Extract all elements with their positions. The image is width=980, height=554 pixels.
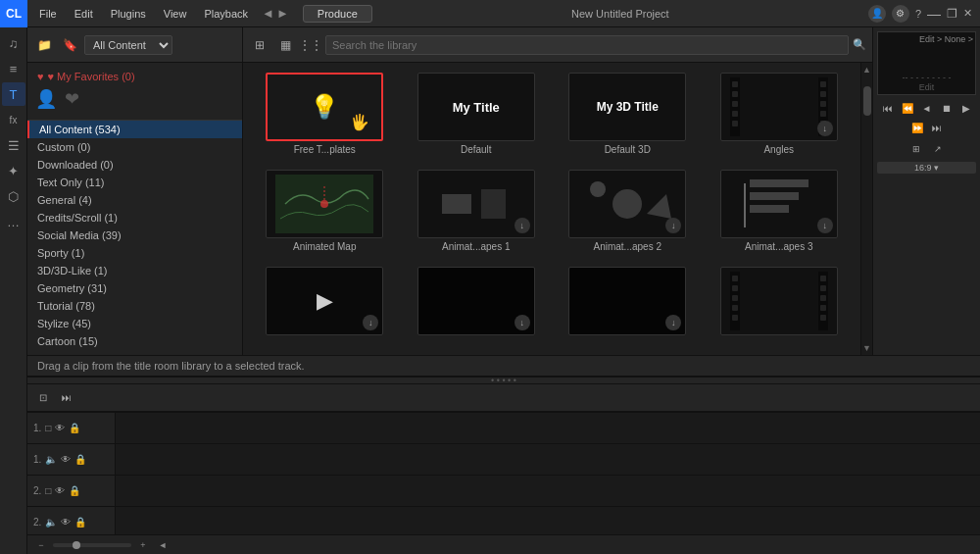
- category-cartoon[interactable]: Cartoon (15): [27, 332, 242, 350]
- folder-icon[interactable]: 📁: [33, 34, 55, 56]
- prev-extra2[interactable]: ↗: [929, 140, 947, 158]
- zoom-handle[interactable]: [73, 541, 80, 549]
- sidebar-title-icon[interactable]: T: [2, 82, 25, 106]
- shapes3-label: Animat...apes 3: [745, 241, 812, 252]
- category-sporty[interactable]: Sporty (1): [27, 244, 242, 262]
- thumb-filmstrip2[interactable]: [708, 267, 852, 345]
- content-dropdown[interactable]: All Content: [84, 35, 172, 55]
- prev-play[interactable]: ▶: [957, 99, 975, 117]
- menu-playback[interactable]: Playback: [196, 6, 256, 22]
- category-text-only[interactable]: Text Only (11): [27, 174, 242, 191]
- thumb-animated-shapes-3[interactable]: ↓ Animat...apes 3: [708, 170, 852, 259]
- nav-back[interactable]: ◄: [262, 6, 274, 21]
- tracks: 1. □ 👁 🔒 1. 🔈 👁 🔒: [27, 413, 980, 534]
- categories-toolbar: 📁 🔖 All Content: [27, 27, 242, 63]
- prev-extra1[interactable]: ⊞: [907, 140, 925, 158]
- nav-fwd[interactable]: ►: [276, 6, 289, 21]
- main-area: ♫ ≡ T fx ☰ ✦ ⬡ … 📁 🔖 All Content ♥: [0, 27, 980, 554]
- track-2a-num: 2.: [33, 517, 41, 528]
- category-credits[interactable]: Credits/Scroll (1): [27, 209, 242, 227]
- tl-zoom-out-icon[interactable]: −: [33, 537, 49, 553]
- settings-icon[interactable]: ⚙: [892, 5, 909, 23]
- category-downloaded[interactable]: Downloaded (0): [27, 156, 242, 174]
- filmstrip2-svg: [730, 272, 828, 330]
- edit-label: Edit > None >: [919, 34, 973, 44]
- thumb-animated-map[interactable]: Animated Map: [253, 170, 397, 259]
- thumb-animated-shapes-1[interactable]: ↓ Animat...apes 1: [405, 170, 549, 259]
- thumbnails-scrollbar[interactable]: ▲ ▼: [860, 63, 872, 355]
- search-icon[interactable]: 🔍: [853, 38, 866, 51]
- prev-step-fwd[interactable]: ⏩: [908, 119, 926, 136]
- zoom-slider[interactable]: [53, 543, 131, 547]
- track-2a-lock-icon[interactable]: 🔒: [74, 517, 86, 528]
- track-1a-lock-icon[interactable]: 🔒: [74, 454, 86, 465]
- sidebar-media-icon[interactable]: ≡: [2, 57, 25, 80]
- menu-edit[interactable]: Edit: [67, 6, 101, 22]
- track-2-audio-icon: 🔈: [45, 517, 57, 528]
- prev-play-back[interactable]: ◄: [918, 99, 936, 117]
- category-geometry[interactable]: Geometry (31): [27, 279, 242, 297]
- thumb-dark2[interactable]: ↓: [556, 267, 700, 345]
- track-1-eye-icon[interactable]: 👁: [55, 423, 65, 433]
- scroll-down-arrow[interactable]: ▼: [861, 341, 872, 355]
- scroll-up-arrow[interactable]: ▲: [861, 63, 872, 76]
- minimize-button[interactable]: —: [927, 6, 941, 22]
- search-input[interactable]: [325, 35, 849, 55]
- maximize-button[interactable]: ❐: [947, 7, 957, 21]
- menu-plugins[interactable]: Plugins: [103, 6, 154, 22]
- tl-skip-icon[interactable]: ⏭: [57, 388, 76, 408]
- track-2a-eye-icon[interactable]: 👁: [61, 517, 71, 528]
- fav-user-icon[interactable]: 👤: [35, 88, 57, 110]
- menu-view[interactable]: View: [156, 6, 195, 22]
- category-stylize[interactable]: Stylize (45): [27, 315, 242, 332]
- sidebar-overlay-icon[interactable]: ✦: [2, 159, 25, 182]
- prev-stop[interactable]: ⏹: [938, 99, 956, 117]
- prev-step-back[interactable]: ⏪: [899, 99, 916, 117]
- category-social[interactable]: Social Media (39): [27, 227, 242, 244]
- track-1-lock-icon[interactable]: 🔒: [69, 423, 80, 433]
- produce-button[interactable]: Produce: [303, 5, 372, 23]
- track-2-lock-icon[interactable]: 🔒: [69, 485, 80, 496]
- sidebar-more-icon[interactable]: …: [2, 210, 25, 233]
- view-list-icon[interactable]: ⊞: [249, 34, 270, 56]
- scroll-track[interactable]: [861, 76, 872, 341]
- thumb-play-item[interactable]: ▶ ↓: [253, 267, 397, 345]
- thumb-dark1[interactable]: ↓: [405, 267, 549, 345]
- tl-fit-icon[interactable]: ⊡: [33, 388, 53, 408]
- svg-rect-6: [732, 111, 738, 117]
- track-2-eye-icon[interactable]: 👁: [55, 485, 65, 496]
- sidebar-transitions-icon[interactable]: ☰: [2, 133, 25, 157]
- help-icon[interactable]: ?: [915, 8, 921, 20]
- tl-zoom-in-icon[interactable]: +: [135, 537, 151, 553]
- fav-heart-icon[interactable]: ❤: [65, 88, 79, 110]
- view-large-icon[interactable]: ⋮⋮: [300, 34, 321, 56]
- collapse-handle[interactable]: • • • • •: [27, 377, 980, 384]
- thumb-default-3d[interactable]: My 3D Title Default 3D: [556, 73, 700, 162]
- view-grid-icon[interactable]: ▦: [274, 34, 296, 56]
- top-section: 📁 🔖 All Content ♥ ♥ My Favorites (0) 👤 ❤: [27, 27, 980, 355]
- account-icon[interactable]: 👤: [868, 5, 886, 23]
- thumb-animated-shapes-2[interactable]: ↓ Animat...apes 2: [556, 170, 700, 259]
- thumb-angles[interactable]: ↓ Angles: [708, 73, 852, 162]
- category-all-content[interactable]: All Content (534): [27, 121, 242, 138]
- category-3d[interactable]: 3D/3D-Like (1): [27, 262, 242, 279]
- thumb-default[interactable]: My Title Default: [405, 73, 549, 162]
- category-tutorial[interactable]: Tutorial (78): [27, 297, 242, 315]
- track-1a-eye-icon[interactable]: 👁: [61, 454, 71, 465]
- sidebar-shape-icon[interactable]: ⬡: [2, 184, 25, 208]
- scroll-thumb[interactable]: [863, 86, 871, 116]
- svg-rect-24: [750, 192, 799, 200]
- bookmark-icon[interactable]: 🔖: [59, 34, 80, 56]
- prev-to-start[interactable]: ⏮: [879, 99, 897, 117]
- category-custom[interactable]: Custom (0): [27, 138, 242, 156]
- thumb-free-templates[interactable]: 💡 🖐 Free T...plates: [253, 73, 397, 162]
- close-button[interactable]: ✕: [963, 7, 972, 20]
- menu-file[interactable]: File: [31, 6, 65, 22]
- download-badge-shapes2: ↓: [665, 218, 681, 233]
- category-general[interactable]: General (4): [27, 191, 242, 209]
- sidebar-music-icon[interactable]: ♫: [2, 31, 25, 55]
- thumbnails-panel: ⊞ ▦ ⋮⋮ 🔍 💡 🖐 Free T...p: [243, 27, 872, 355]
- tl-scroll-left[interactable]: ◄: [155, 537, 171, 553]
- prev-to-end[interactable]: ⏭: [928, 119, 946, 136]
- sidebar-fx-icon[interactable]: fx: [2, 108, 25, 131]
